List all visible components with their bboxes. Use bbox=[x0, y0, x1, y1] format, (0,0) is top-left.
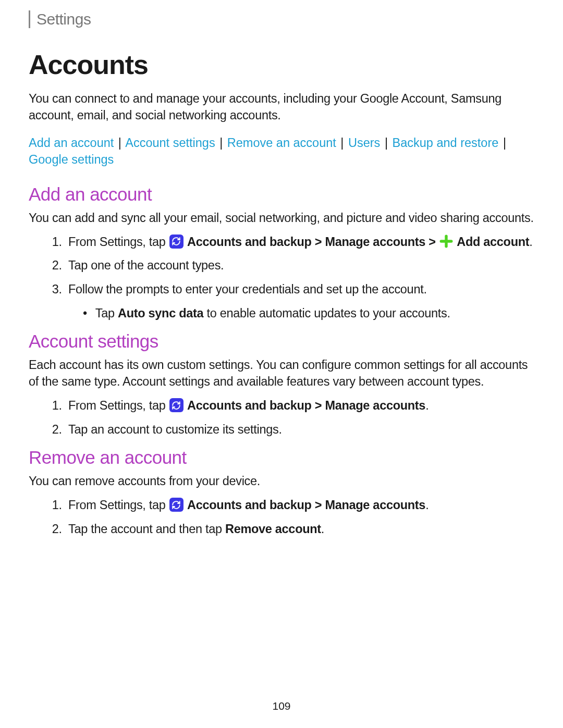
breadcrumb-container: Settings bbox=[29, 10, 534, 28]
step-text: From Settings, tap bbox=[68, 235, 169, 249]
step-bold: Add account bbox=[457, 235, 529, 249]
step-bold: Manage accounts bbox=[325, 235, 425, 249]
step-period: . bbox=[425, 498, 429, 512]
step-text: Tap the account and then tap bbox=[68, 522, 225, 536]
step-bold: Manage accounts bbox=[325, 399, 425, 412]
sync-icon bbox=[169, 498, 183, 512]
step-item: Follow the prompts to enter your credent… bbox=[65, 281, 534, 322]
substep-item: Tap Auto sync data to enable automatic u… bbox=[83, 305, 534, 322]
step-sep: > bbox=[312, 399, 325, 412]
substeps: Tap Auto sync data to enable automatic u… bbox=[68, 305, 534, 322]
heading-add-account: Add an account bbox=[29, 184, 534, 205]
toc-link-remove-account[interactable]: Remove an account bbox=[227, 136, 336, 150]
step-period: . bbox=[529, 235, 532, 249]
step-item: Tap the account and then tap Remove acco… bbox=[65, 521, 534, 538]
toc-link-add-account[interactable]: Add an account bbox=[29, 136, 114, 150]
step-bold: Accounts and backup bbox=[187, 235, 311, 249]
toc-link-google-settings[interactable]: Google settings bbox=[29, 153, 114, 166]
toc-separator: | bbox=[384, 136, 389, 150]
step-text: From Settings, tap bbox=[68, 399, 169, 412]
page-title: Accounts bbox=[29, 49, 534, 80]
substep-bold: Auto sync data bbox=[118, 306, 203, 320]
step-sep: > bbox=[312, 498, 325, 512]
toc-link-users[interactable]: Users bbox=[348, 136, 380, 150]
toc-separator: | bbox=[218, 136, 224, 150]
breadcrumb: Settings bbox=[36, 10, 91, 28]
steps-add-account: From Settings, tap Accounts and backup >… bbox=[29, 234, 534, 322]
steps-account-settings: From Settings, tap Accounts and backup >… bbox=[29, 398, 534, 438]
toc-link-account-settings[interactable]: Account settings bbox=[125, 136, 215, 150]
step-bold: Remove account bbox=[225, 522, 321, 536]
step-sep: > bbox=[425, 235, 439, 249]
heading-remove-account: Remove an account bbox=[29, 447, 534, 468]
steps-remove-account: From Settings, tap Accounts and backup >… bbox=[29, 497, 534, 537]
table-of-contents: Add an account | Account settings | Remo… bbox=[29, 135, 534, 168]
step-bold: Manage accounts bbox=[325, 498, 425, 512]
step-bold: Accounts and backup bbox=[187, 498, 311, 512]
step-item: From Settings, tap Accounts and backup >… bbox=[65, 234, 534, 251]
sync-icon bbox=[169, 235, 183, 249]
step-item: From Settings, tap Accounts and backup >… bbox=[65, 398, 534, 414]
toc-link-backup-restore[interactable]: Backup and restore bbox=[393, 136, 499, 150]
substep-text: Tap bbox=[95, 306, 118, 320]
page-number: 109 bbox=[0, 700, 563, 712]
toc-separator: | bbox=[117, 136, 123, 150]
toc-separator: | bbox=[502, 136, 507, 150]
step-text: . bbox=[321, 522, 324, 536]
step-text: From Settings, tap bbox=[68, 498, 169, 512]
body-add-account: You can add and sync all your email, soc… bbox=[29, 210, 534, 227]
plus-icon bbox=[439, 235, 453, 248]
intro-paragraph: You can connect to and manage your accou… bbox=[29, 91, 534, 124]
substep-text: to enable automatic updates to your acco… bbox=[203, 306, 450, 320]
step-item: Tap one of the account types. bbox=[65, 257, 534, 274]
step-sep: > bbox=[312, 235, 325, 249]
body-remove-account: You can remove accounts from your device… bbox=[29, 473, 534, 490]
step-bold: Accounts and backup bbox=[187, 399, 311, 412]
step-period: . bbox=[425, 399, 429, 412]
step-item: Tap an account to customize its settings… bbox=[65, 422, 534, 438]
step-text: Follow the prompts to enter your credent… bbox=[68, 282, 427, 296]
body-account-settings: Each account has its own custom settings… bbox=[29, 357, 534, 390]
step-item: From Settings, tap Accounts and backup >… bbox=[65, 497, 534, 514]
toc-separator: | bbox=[339, 136, 345, 150]
heading-account-settings: Account settings bbox=[29, 331, 534, 352]
sync-icon bbox=[169, 398, 183, 412]
